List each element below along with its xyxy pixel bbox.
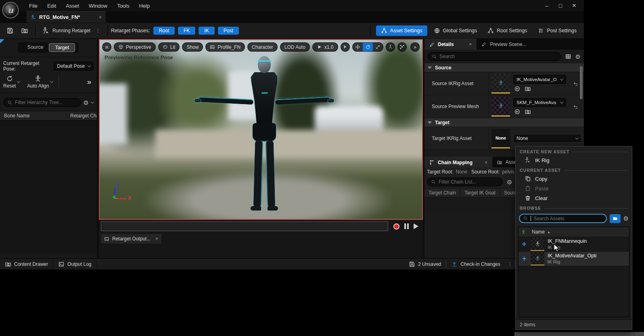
select-tool-button[interactable] xyxy=(341,42,350,52)
chain-settings-gear-icon[interactable]: ⚙ xyxy=(507,179,512,185)
perspective-button[interactable]: Perspective xyxy=(114,42,156,52)
source-mesh-select[interactable]: SKM_F_MotiveAva xyxy=(513,98,566,107)
hierarchy-filter-box[interactable] xyxy=(3,98,81,107)
snap-button[interactable] xyxy=(397,42,407,52)
column-bone-name[interactable]: Bone Name xyxy=(0,113,67,119)
menu-file[interactable]: File xyxy=(25,1,42,10)
maximize-icon[interactable]: □ xyxy=(556,2,565,9)
post-settings-button[interactable]: Post Settings xyxy=(533,25,581,36)
doc-tab-close-icon[interactable]: × xyxy=(99,15,102,20)
use-selected-icon[interactable] xyxy=(514,86,521,92)
add-icon[interactable]: + xyxy=(521,255,527,263)
tab-preview-scene[interactable]: Preview Scene... xyxy=(477,39,531,50)
checkin-changes-button[interactable]: Check-in Changes xyxy=(446,259,505,269)
asset-search-box[interactable] xyxy=(519,214,607,223)
source-ikrig-thumbnail[interactable] xyxy=(491,74,510,94)
menu-edit[interactable]: Edit xyxy=(43,1,60,10)
more-options-icon[interactable]: ⋮ xyxy=(96,28,100,33)
tab-target[interactable]: Target xyxy=(49,43,75,52)
auto-align-button[interactable]: Auto Align xyxy=(27,75,49,89)
expand-toolbar-icon[interactable]: » xyxy=(87,78,91,86)
close-icon[interactable]: × xyxy=(155,236,158,242)
viewport[interactable]: ≡ Perspective Lit Show Profile_FN xyxy=(99,39,423,220)
tab-source[interactable]: Source xyxy=(22,43,49,52)
details-search-input[interactable] xyxy=(439,54,557,59)
asset-search-input[interactable] xyxy=(533,216,603,221)
target-ikrig-select[interactable]: None xyxy=(513,134,581,143)
details-search-box[interactable] xyxy=(428,52,561,61)
phase-ik-button[interactable]: IK xyxy=(199,27,214,35)
skeleton-filter-icon[interactable] xyxy=(521,230,526,235)
use-selected-icon[interactable] xyxy=(514,109,521,115)
menu-help[interactable]: Help xyxy=(135,1,154,10)
browse-to-asset-icon[interactable] xyxy=(525,86,531,92)
column-target-chain[interactable]: Target Chain xyxy=(424,188,460,197)
tab-details[interactable]: Details × xyxy=(424,39,477,50)
sort-ascending-icon[interactable]: ▲ xyxy=(547,230,550,234)
running-retarget-button[interactable]: Running Retarget ⋮ xyxy=(39,23,104,38)
browse-folder-button[interactable] xyxy=(610,214,621,223)
character-menu-button[interactable]: Character xyxy=(247,42,278,52)
chevron-down-icon[interactable] xyxy=(50,79,53,83)
target-ikrig-thumbnail[interactable]: None xyxy=(491,129,510,148)
playback-speed-button[interactable]: x1.0 xyxy=(312,42,338,52)
move-tool-button[interactable] xyxy=(353,42,363,52)
hierarchy-filter-input[interactable] xyxy=(15,100,77,105)
lod-button[interactable]: LOD Auto xyxy=(280,42,310,52)
menu-window[interactable]: Window xyxy=(85,1,111,10)
menu-asset[interactable]: Asset xyxy=(62,1,83,10)
table-view-icon[interactable] xyxy=(565,53,571,60)
ik-rig-menu-item[interactable]: IK Rig xyxy=(516,155,632,165)
reset-property-button[interactable] xyxy=(569,104,581,109)
viewport-expand-button[interactable]: » xyxy=(410,42,420,52)
minimize-icon[interactable]: – xyxy=(543,2,551,9)
timeline-scrubber[interactable] xyxy=(101,221,388,231)
scale-tool-button[interactable] xyxy=(373,42,383,52)
details-settings-gear-icon[interactable]: ⚙ xyxy=(575,54,581,60)
save-button[interactable] xyxy=(0,23,17,38)
browse-to-asset-icon[interactable] xyxy=(525,109,531,115)
source-mesh-thumbnail[interactable] xyxy=(491,97,510,117)
close-icon[interactable]: × xyxy=(469,42,472,47)
viewport-menu-button[interactable]: ≡ xyxy=(102,42,111,52)
menu-tools[interactable]: Tools xyxy=(113,1,133,10)
chevron-down-icon[interactable] xyxy=(91,100,94,103)
global-settings-button[interactable]: Global Settings xyxy=(430,25,481,36)
profile-button[interactable]: Profile_FN xyxy=(205,42,245,52)
target-section-header[interactable]: Target xyxy=(424,118,584,127)
record-button[interactable] xyxy=(393,223,399,230)
show-button[interactable]: Show xyxy=(182,42,203,52)
content-drawer-button[interactable]: Content Drawer xyxy=(0,259,53,269)
asset-settings-button[interactable]: Asset Settings xyxy=(376,25,427,36)
preview-character[interactable] xyxy=(198,54,331,215)
play-button[interactable] xyxy=(414,223,418,229)
unsaved-button[interactable]: 2 Unsaved xyxy=(404,259,446,269)
copy-menu-item[interactable]: Copy xyxy=(516,174,632,184)
lit-button[interactable]: Lit xyxy=(158,42,180,52)
pause-button[interactable] xyxy=(404,223,409,229)
paste-menu-item[interactable]: Paste xyxy=(516,184,632,193)
close-icon[interactable]: × xyxy=(570,2,578,10)
retarget-pose-select[interactable]: Default Pose xyxy=(54,62,94,71)
picker-settings-gear-icon[interactable]: ⚙ xyxy=(623,215,629,221)
output-log-button[interactable]: Output Log xyxy=(53,259,96,269)
browse-button[interactable] xyxy=(17,23,32,38)
tab-chain-mapping[interactable]: Chain Mapping × xyxy=(424,157,492,167)
name-column[interactable]: Name xyxy=(532,229,545,235)
chevron-down-icon[interactable] xyxy=(17,79,20,83)
phase-fk-button[interactable]: FK xyxy=(178,27,195,35)
tab-rtg-motive-fn[interactable]: RTG_Motive_FN* × xyxy=(27,11,106,23)
add-icon[interactable]: + xyxy=(521,240,527,248)
details-scrollbar[interactable] xyxy=(580,66,583,99)
source-section-header[interactable]: Source xyxy=(424,63,584,72)
reset-button[interactable]: Reset xyxy=(3,75,16,89)
gizmo-coord-button[interactable] xyxy=(386,42,395,52)
root-settings-button[interactable]: Root Settings xyxy=(483,25,531,36)
asset-row-ik-fnmannequin[interactable]: + IK_FNMannequin IK Rig xyxy=(519,237,629,252)
chain-filter-input[interactable] xyxy=(439,179,499,185)
phase-root-button[interactable]: Root xyxy=(153,27,175,35)
chain-filter-box[interactable] xyxy=(427,177,503,186)
filter-settings-gear-icon[interactable]: ⚙ xyxy=(84,100,89,106)
phase-post-button[interactable]: Post xyxy=(218,27,239,35)
column-retarget-chain[interactable]: Retarget Chain xyxy=(67,113,97,119)
